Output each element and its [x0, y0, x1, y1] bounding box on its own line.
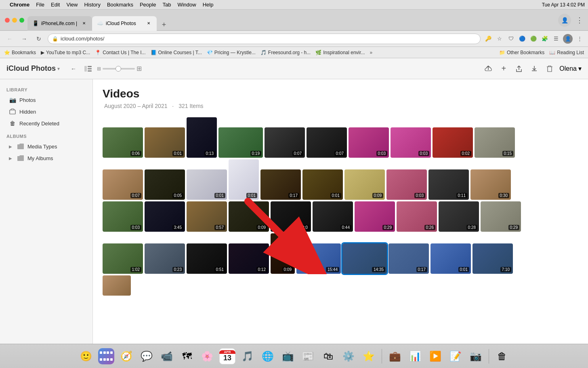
back-button[interactable]: ← — [4, 33, 15, 44]
dock-finder[interactable]: 🙂 — [77, 347, 95, 365]
user-menu[interactable]: Olena ▾ — [559, 65, 582, 72]
extension-icon1[interactable]: 🔵 — [518, 34, 527, 43]
video-v36[interactable]: 15:44 — [296, 243, 341, 274]
video-v31[interactable]: 1:02 — [103, 243, 143, 274]
video-v26[interactable]: 0:44 — [313, 201, 353, 232]
video-v2[interactable]: 0:01 — [145, 127, 185, 158]
menubar-bookmarks[interactable]: Bookmarks — [107, 2, 133, 8]
sidebar-item-media-types[interactable]: ▶ Media Types — [2, 141, 90, 152]
video-v17[interactable]: 0:09 — [344, 169, 385, 200]
video-v6[interactable]: 0:07 — [307, 127, 347, 158]
menubar-chrome[interactable]: Chrome — [10, 2, 29, 8]
extension-icon2[interactable]: 🟢 — [529, 34, 538, 43]
video-thumb-v24[interactable]: 0:09 — [229, 201, 269, 232]
video-thumb-v21[interactable]: 0:03 — [103, 201, 143, 232]
video-thumb-v2[interactable]: 0:01 — [145, 127, 185, 158]
video-v12[interactable]: 0:05 — [145, 169, 185, 200]
video-v41[interactable] — [103, 275, 131, 296]
dock-trash[interactable]: 🗑 — [493, 347, 511, 365]
menubar-people[interactable]: People — [140, 2, 156, 8]
dock-launchpad[interactable] — [97, 347, 115, 365]
video-thumb-v6[interactable]: 0:07 — [307, 127, 347, 158]
bookmarks-more[interactable]: » — [370, 50, 373, 55]
video-thumb-v16[interactable]: 0:01 — [302, 169, 343, 200]
video-thumb-v14[interactable]: 0:01 — [229, 159, 259, 200]
video-thumb-v40[interactable]: 7:10 — [472, 243, 513, 274]
video-thumb-v8[interactable]: 0:03 — [391, 127, 431, 158]
video-v1[interactable]: 0:06 — [103, 127, 143, 158]
video-thumb-v31[interactable]: 1:02 — [103, 243, 143, 274]
video-thumb-v13[interactable]: 0:01 — [187, 169, 227, 200]
video-thumb-v33[interactable]: 0:51 — [187, 243, 227, 274]
video-v10[interactable]: 0:15 — [475, 127, 515, 158]
dock-music[interactable]: 🎵 — [239, 347, 256, 365]
dock-settings[interactable]: ⚙️ — [340, 347, 357, 365]
video-thumb-v18[interactable]: 0:03 — [386, 169, 427, 200]
video-v38[interactable]: 0:17 — [388, 243, 429, 274]
video-v4[interactable]: 0:19 — [218, 127, 263, 158]
dock-slack[interactable]: 💼 — [386, 347, 404, 365]
video-thumb-v26[interactable]: 0:44 — [313, 201, 353, 232]
extensions-menu[interactable]: 🧩 — [540, 34, 549, 43]
video-thumb-v39[interactable]: 0:01 — [430, 243, 471, 274]
dock-safari[interactable]: 🧭 — [118, 347, 135, 365]
app-dropdown-arrow[interactable]: ▾ — [57, 66, 60, 72]
share-button[interactable] — [513, 63, 525, 74]
video-v20[interactable]: 0:30 — [470, 169, 511, 200]
video-thumb-v29[interactable]: 0:28 — [439, 201, 479, 232]
menubar-edit[interactable]: Edit — [51, 2, 60, 8]
extension-abp[interactable]: 🛡 — [506, 34, 515, 43]
video-thumb-v41[interactable] — [103, 275, 131, 296]
video-thumb-v7[interactable]: 0:03 — [349, 127, 389, 158]
forward-button[interactable]: → — [19, 33, 30, 44]
video-v19[interactable]: 0:11 — [428, 169, 469, 200]
menu-dots[interactable]: ⋮ — [576, 16, 583, 25]
new-tab-button[interactable]: + — [158, 19, 170, 31]
bookmarks-folder[interactable]: ⭐ Bookmarks — [4, 50, 36, 55]
dock-photos[interactable]: 🌸 — [198, 347, 216, 365]
delete-button[interactable] — [544, 63, 555, 74]
bookmark-courses[interactable]: 📘 Online Courses | T... — [151, 50, 202, 55]
tab-icloud-photos[interactable]: ☁️ iCloud Photos ✕ — [92, 16, 157, 31]
video-v37[interactable]: 14:35 — [342, 243, 387, 274]
dock-iina[interactable]: ▶️ — [426, 347, 444, 365]
video-thumb-v25[interactable]: 0:0 — [271, 201, 311, 232]
video-v32[interactable]: 0:23 — [145, 243, 185, 274]
bookmark-other[interactable]: 📁 Other Bookmarks — [499, 50, 544, 55]
reload-button[interactable]: ↻ — [33, 33, 44, 44]
address-field[interactable]: 🔒 icloud.com/photos/ — [48, 34, 481, 44]
sidebar-item-my-albums[interactable]: ▶ My Albums — [2, 152, 90, 164]
video-v13[interactable]: 0:01 — [187, 169, 227, 200]
video-thumb-v32[interactable]: 0:23 — [145, 243, 185, 274]
video-thumb-v9[interactable]: 0:02 — [433, 127, 473, 158]
menubar-window[interactable]: Window — [177, 2, 196, 8]
video-v9[interactable]: 0:02 — [433, 127, 473, 158]
video-v27[interactable]: 0:29 — [355, 201, 395, 232]
maximize-window-button[interactable] — [19, 18, 24, 23]
add-button[interactable]: + — [498, 63, 509, 74]
video-thumb-v23[interactable]: 0:57 — [187, 201, 227, 232]
video-v7[interactable]: 0:03 — [349, 127, 389, 158]
video-v40[interactable]: 7:10 — [472, 243, 513, 274]
size-slider-thumb[interactable] — [116, 66, 121, 72]
video-v21[interactable]: 0:03 — [103, 201, 143, 232]
video-thumb-v1[interactable]: 0:06 — [103, 127, 143, 158]
menubar-help[interactable]: Help — [203, 2, 214, 8]
bookmark-freesound[interactable]: 🎵 Freesound.org - h... — [260, 50, 311, 55]
video-thumb-v34[interactable]: 0:12 — [229, 243, 269, 274]
video-v23[interactable]: 0:57 — [187, 201, 227, 232]
video-v5[interactable]: 0:07 — [265, 127, 305, 158]
menubar-tab[interactable]: Tab — [162, 2, 171, 8]
dock-word[interactable]: 📝 — [447, 347, 464, 365]
menubar-file[interactable]: File — [36, 2, 44, 8]
video-thumb-v17[interactable]: 0:09 — [344, 169, 385, 200]
key-icon[interactable]: 🔑 — [484, 34, 493, 43]
video-v39[interactable]: 0:01 — [430, 243, 471, 274]
video-v29[interactable]: 0:28 — [439, 201, 479, 232]
bookmark-reading[interactable]: 📖 Reading List — [549, 50, 584, 55]
bookmark-youtube[interactable]: ▶ YouTube to mp3 C... — [41, 50, 90, 55]
sidebar-item-recently-deleted[interactable]: 🗑 Recently Deleted — [2, 118, 90, 129]
video-thumb-v10[interactable]: 0:15 — [475, 127, 515, 158]
video-v25[interactable]: 0:0 — [271, 201, 311, 232]
video-v22[interactable]: 3:45 — [145, 201, 185, 232]
